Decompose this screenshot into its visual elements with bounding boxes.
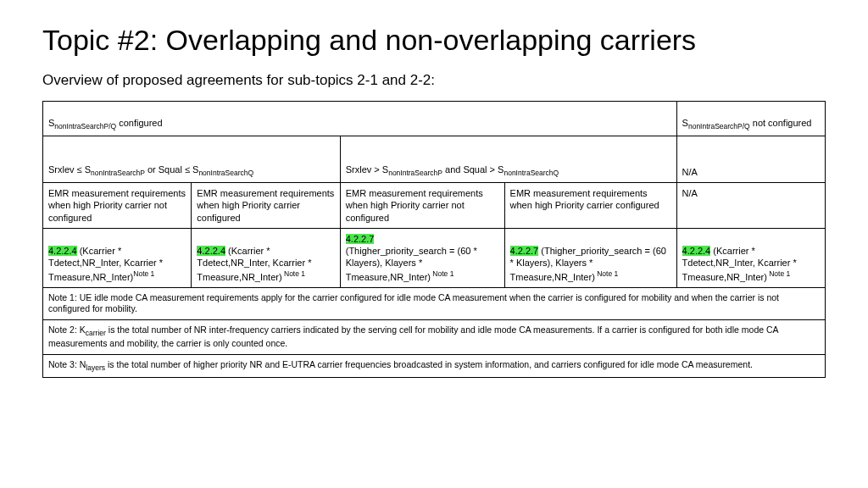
table-row: EMR measurement requirements when high P…	[43, 183, 826, 229]
slide: Topic #2: Overlapping and non-overlappin…	[0, 0, 868, 395]
table-row: SnonIntraSearchP/Q configured SnonIntraS…	[43, 102, 826, 136]
val-3: 4.2.2.7(Thigher_priority_search = (60 * …	[340, 228, 504, 287]
emr-3: EMR measurement requirements when high P…	[340, 183, 504, 229]
cond-le: Srxlev ≤ SnonIntraSearchP or Squal ≤ Sno…	[43, 136, 341, 183]
cond-na: N/A	[676, 136, 825, 183]
table-row: Note 2: Kcarrier is the total number of …	[43, 320, 826, 355]
note-2: Note 2: Kcarrier is the total number of …	[43, 320, 826, 355]
table-row: 4.2.2.4 (Kcarrier * Tdetect,NR_Inter, Kc…	[43, 228, 826, 287]
hdr-configured: SnonIntraSearchP/Q configured	[43, 102, 677, 136]
emr-1: EMR measurement requirements when high P…	[43, 183, 192, 229]
emr-4: EMR measurement requirements when high P…	[504, 183, 676, 229]
agreements-table: SnonIntraSearchP/Q configured SnonIntraS…	[42, 101, 826, 378]
ref-highlight: 4.2.2.7	[346, 234, 375, 244]
val-4: 4.2.2.7 (Thigher_priority_search = (60 *…	[504, 228, 676, 287]
slide-title: Topic #2: Overlapping and non-overlappin…	[42, 24, 826, 57]
ref-highlight: 4.2.2.4	[197, 246, 225, 256]
ref-highlight: 4.2.2.7	[510, 246, 539, 256]
emr-2: EMR measurement requirements when high P…	[192, 183, 340, 229]
cond-gt: Srxlev > SnonIntraSearchP and Squal > Sn…	[340, 136, 676, 183]
table-row: Note 1: UE idle mode CA measurement requ…	[43, 287, 826, 319]
slide-subtitle: Overview of proposed agreements for sub-…	[42, 72, 826, 89]
note-3: Note 3: Nlayers is the total number of h…	[43, 354, 826, 377]
ref-highlight: 4.2.2.4	[48, 246, 77, 256]
ref-highlight: 4.2.2.4	[682, 246, 711, 256]
val-5: 4.2.2.4 (Kcarrier * Tdetect,NR_Inter, Kc…	[676, 228, 825, 287]
hdr-not-configured: SnonIntraSearchP/Q not configured	[676, 102, 825, 136]
val-2: 4.2.2.4 (Kcarrier * Tdetect,NR_Inter, Kc…	[192, 228, 340, 287]
table-row: Srxlev ≤ SnonIntraSearchP or Squal ≤ Sno…	[43, 136, 826, 183]
note-1: Note 1: UE idle mode CA measurement requ…	[43, 287, 826, 319]
emr-5: N/A	[676, 183, 825, 229]
table-row: Note 3: Nlayers is the total number of h…	[43, 354, 826, 377]
val-1: 4.2.2.4 (Kcarrier * Tdetect,NR_Inter, Kc…	[43, 228, 192, 287]
